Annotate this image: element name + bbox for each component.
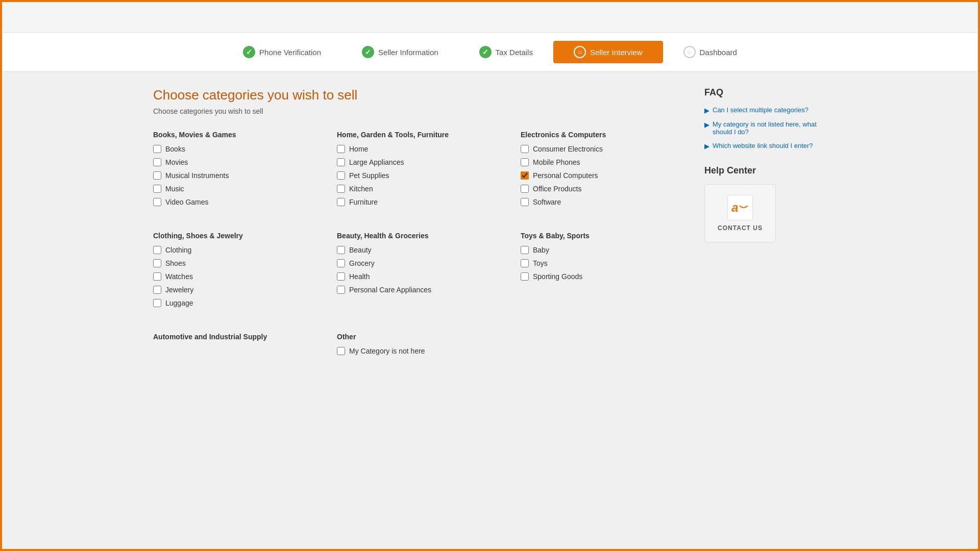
list-item: Large Appliances	[337, 158, 500, 166]
list-item: Consumer Electronics	[521, 145, 684, 153]
checkbox-software[interactable]	[521, 198, 529, 206]
category-heading-toys: Toys & Baby, Sports	[521, 232, 684, 240]
step-icon-interview: ○	[574, 46, 586, 58]
label-personal-care-appliances: Personal Care Appliances	[349, 286, 431, 294]
checkbox-large-appliances[interactable]	[337, 158, 345, 166]
label-furniture: Furniture	[349, 198, 378, 206]
list-item: Health	[337, 272, 500, 281]
checkbox-clothing[interactable]	[153, 246, 161, 254]
top-bar	[2, 2, 978, 33]
step-seller-information[interactable]: ✓ Seller Information	[341, 41, 459, 63]
list-item: Beauty	[337, 246, 500, 254]
content-area: Choose categories you wish to sell Choos…	[153, 87, 684, 365]
step-dashboard[interactable]: ○ Dashboard	[663, 41, 757, 63]
category-heading-home: Home, Garden & Tools, Furniture	[337, 131, 500, 139]
step-tax-details[interactable]: ✓ Tax Details	[459, 41, 553, 63]
label-movies: Movies	[165, 158, 188, 166]
label-watches: Watches	[165, 272, 193, 281]
list-item: Home	[337, 145, 500, 153]
checkbox-baby[interactable]	[521, 246, 529, 254]
checkbox-luggage[interactable]	[153, 299, 161, 307]
checkbox-mobile-phones[interactable]	[521, 158, 529, 166]
checkbox-health[interactable]	[337, 272, 345, 281]
checkbox-furniture[interactable]	[337, 198, 345, 206]
checkbox-grocery[interactable]	[337, 259, 345, 267]
amazon-icon: a	[727, 195, 753, 220]
category-group-other: Other My Category is not here	[337, 333, 500, 360]
checkbox-shoes[interactable]	[153, 259, 161, 267]
step-label-interview: Seller Interview	[590, 48, 643, 57]
list-item: My Category is not here	[337, 347, 500, 355]
list-item: Jewelery	[153, 286, 316, 294]
faq-arrow-icon-1: ▶	[704, 121, 709, 129]
list-item: Personal Care Appliances	[337, 286, 500, 294]
contact-us-button[interactable]: a CONTACT US	[704, 184, 776, 242]
checkbox-my-category-not-here[interactable]	[337, 347, 345, 355]
checkbox-musical-instruments[interactable]	[153, 171, 161, 180]
checkbox-kitchen[interactable]	[337, 185, 345, 193]
category-group-beauty: Beauty, Health & Groceries Beauty Grocer…	[337, 232, 500, 312]
label-health: Health	[349, 272, 370, 281]
checkbox-video-games[interactable]	[153, 198, 161, 206]
checkbox-sporting-goods[interactable]	[521, 272, 529, 281]
label-mobile-phones: Mobile Phones	[533, 158, 580, 166]
checkbox-toys[interactable]	[521, 259, 529, 267]
faq-link-label-2: Which website link should I enter?	[713, 142, 813, 149]
list-item: Pet Supplies	[337, 171, 500, 180]
list-item: Movies	[153, 158, 316, 166]
label-video-games: Video Games	[165, 198, 209, 206]
list-item: Musical Instruments	[153, 171, 316, 180]
category-heading-automotive: Automotive and Industrial Supply	[153, 333, 316, 341]
page-subtitle: Choose categories you wish to sell	[153, 107, 684, 115]
category-group-clothing: Clothing, Shoes & Jewelry Clothing Shoes…	[153, 232, 316, 312]
label-music: Music	[165, 185, 184, 193]
list-item: Sporting Goods	[521, 272, 684, 281]
label-baby: Baby	[533, 246, 549, 254]
label-my-category-not-here: My Category is not here	[349, 347, 425, 355]
category-heading-books: Books, Movies & Games	[153, 131, 316, 139]
categories-grid: Books, Movies & Games Books Movies Music…	[153, 131, 684, 365]
faq-link-multiple-categories[interactable]: ▶ Can I select multiple categories?	[704, 106, 827, 114]
faq-arrow-icon: ▶	[704, 107, 709, 114]
checkbox-books[interactable]	[153, 145, 161, 153]
label-jewelery: Jewelery	[165, 286, 193, 294]
step-icon-dashboard: ○	[683, 46, 696, 58]
step-label-dashboard: Dashboard	[700, 48, 737, 57]
label-sporting-goods: Sporting Goods	[533, 272, 582, 281]
category-group-electronics: Electronics & Computers Consumer Electro…	[521, 131, 684, 211]
faq-section: FAQ ▶ Can I select multiple categories? …	[704, 87, 827, 150]
list-item: Books	[153, 145, 316, 153]
checkbox-beauty[interactable]	[337, 246, 345, 254]
faq-link-category-not-listed[interactable]: ▶ My category is not listed here, what s…	[704, 120, 827, 136]
label-office-products: Office Products	[533, 185, 581, 193]
checkbox-consumer-electronics[interactable]	[521, 145, 529, 153]
checkbox-personal-care-appliances[interactable]	[337, 286, 345, 294]
checkbox-pet-supplies[interactable]	[337, 171, 345, 180]
checkbox-home[interactable]	[337, 145, 345, 153]
step-icon-tax: ✓	[479, 46, 492, 58]
step-phone-verification[interactable]: ✓ Phone Verification	[223, 41, 341, 63]
step-seller-interview[interactable]: ○ Seller Interview	[553, 41, 663, 63]
checkbox-personal-computers[interactable]	[521, 171, 529, 180]
category-group-toys: Toys & Baby, Sports Baby Toys Sporting G…	[521, 232, 684, 312]
checkbox-movies[interactable]	[153, 158, 161, 166]
faq-link-website-link[interactable]: ▶ Which website link should I enter?	[704, 142, 827, 150]
checkbox-watches[interactable]	[153, 272, 161, 281]
checkbox-office-products[interactable]	[521, 185, 529, 193]
category-group-automotive: Automotive and Industrial Supply	[153, 333, 316, 360]
list-item: Toys	[521, 259, 684, 267]
label-personal-computers: Personal Computers	[533, 171, 598, 180]
list-item: Grocery	[337, 259, 500, 267]
faq-title: FAQ	[704, 87, 827, 98]
speech-bubble-tail	[739, 206, 749, 211]
step-icon-phone: ✓	[243, 46, 255, 58]
label-musical-instruments: Musical Instruments	[165, 171, 229, 180]
faq-arrow-icon-2: ▶	[704, 142, 709, 150]
list-item: Music	[153, 185, 316, 193]
category-heading-beauty: Beauty, Health & Groceries	[337, 232, 500, 240]
checkbox-jewelery[interactable]	[153, 286, 161, 294]
help-center-title: Help Center	[704, 165, 827, 176]
progress-bar: ✓ Phone Verification ✓ Seller Informatio…	[2, 33, 978, 72]
step-label-seller: Seller Information	[378, 48, 438, 57]
checkbox-music[interactable]	[153, 185, 161, 193]
